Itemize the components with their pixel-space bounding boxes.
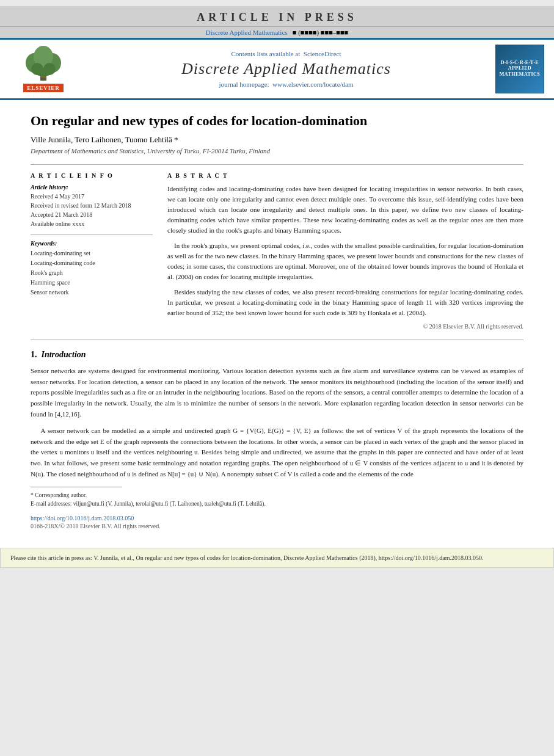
kw5: Sensor network xyxy=(31,288,153,297)
abstract-label: A B S T R A C T xyxy=(167,172,523,179)
footnote-corresponding: * Corresponding author. xyxy=(31,491,523,500)
article-affiliation: Department of Mathematics and Statistics… xyxy=(31,147,523,154)
elsevier-tree-icon xyxy=(16,46,71,82)
page: ARTICLE IN PRESS Discrete Applied Mathem… xyxy=(0,6,554,568)
intro-heading-text: Introduction xyxy=(42,350,86,359)
abstract-para1: Identifying codes and locating-dominatin… xyxy=(167,184,523,236)
history-heading: Article history: xyxy=(31,184,153,191)
aip-doi-line: Discrete Applied Mathematics ■ (■■■■) ■■… xyxy=(0,27,554,38)
journal-logo-right: D·I·S·C·R·E·T·EAPPLIEDMATHEMATICS xyxy=(495,45,544,93)
keywords-heading: Keywords: xyxy=(31,240,153,247)
svg-point-5 xyxy=(31,63,43,75)
contents-label: Contents lists available at xyxy=(231,50,301,57)
article-authors: Ville Junnila, Tero Laihonen, Tuomo Leht… xyxy=(31,135,523,145)
contents-line: Contents lists available at ScienceDirec… xyxy=(83,50,489,57)
available-date: Available online xxxx xyxy=(31,219,153,228)
citation-text: Please cite this article in press as: V.… xyxy=(10,554,484,561)
doi-link[interactable]: https://doi.org/10.1016/j.dam.2018.03.05… xyxy=(31,515,523,522)
kw3: Rook's graph xyxy=(31,268,153,278)
abstract-para2: In the rook's graphs, we present optimal… xyxy=(167,241,523,282)
revised-date: Received in revised form 12 March 2018 xyxy=(31,201,153,210)
accepted-date: Accepted 21 March 2018 xyxy=(31,210,153,219)
journal-header: ELSEVIER Contents lists available at Sci… xyxy=(0,38,554,100)
received-date: Received 4 May 2017 xyxy=(31,192,153,201)
rights-line: 0166-218X/© 2018 Elsevier B.V. All right… xyxy=(31,523,523,529)
svg-point-6 xyxy=(43,63,56,75)
journal-center: Contents lists available at ScienceDirec… xyxy=(83,50,489,88)
intro-number: 1. xyxy=(31,350,37,359)
aip-banner-text: ARTICLE IN PRESS xyxy=(197,11,357,23)
homepage-link[interactable]: www.elsevier.com/locate/dam xyxy=(272,81,353,88)
copyright-line: © 2018 Elsevier B.V. All rights reserved… xyxy=(167,323,523,330)
footnote-email-text: E-mail addresses: viljun@utu.fi (V. Junn… xyxy=(31,501,266,507)
article-history-block: Article history: Received 4 May 2017 Rec… xyxy=(31,184,153,228)
homepage-label: journal homepage: xyxy=(219,81,269,88)
abstract-para3: Besides studying the new classes of code… xyxy=(167,287,523,318)
footnote-block: * Corresponding author. E-mail addresses… xyxy=(31,491,523,509)
section-divider xyxy=(31,340,523,340)
elsevier-logo-left: ELSEVIER xyxy=(10,45,77,93)
intro-heading: 1. Introduction xyxy=(31,350,523,360)
intro-para2: A sensor network can be modelled as a si… xyxy=(31,426,523,479)
article-info-col: A R T I C L E I N F O Article history: R… xyxy=(31,172,153,330)
article-title: On regular and new types of codes for lo… xyxy=(31,112,523,130)
abstract-col: A B S T R A C T Identifying codes and lo… xyxy=(167,172,523,330)
dam-logo-text: D·I·S·C·R·E·T·EAPPLIEDMATHEMATICS xyxy=(500,60,541,78)
elsevier-label: ELSEVIER xyxy=(23,84,64,92)
aip-doi-label: Discrete Applied Mathematics xyxy=(206,29,288,36)
kw2: Locating-dominating code xyxy=(31,258,153,268)
keywords-block: Keywords: Locating-dominating set Locati… xyxy=(31,240,153,297)
sciencedirect-link[interactable]: ScienceDirect xyxy=(304,50,341,57)
journal-homepage: journal homepage: www.elsevier.com/locat… xyxy=(83,81,489,88)
body-text: Sensor networks are systems designed for… xyxy=(31,366,523,479)
abstract-text: Identifying codes and locating-dominatin… xyxy=(167,184,523,319)
footnote-divider xyxy=(31,487,122,487)
intro-para1: Sensor networks are systems designed for… xyxy=(31,366,523,420)
article-info-label: A R T I C L E I N F O xyxy=(31,172,153,179)
svg-rect-7 xyxy=(41,76,46,78)
kw1: Locating-dominating set xyxy=(31,249,153,258)
aip-banner: ARTICLE IN PRESS xyxy=(0,6,554,27)
kw4: Hamming space xyxy=(31,278,153,288)
info-divider xyxy=(31,234,153,235)
authors-text: Ville Junnila, Tero Laihonen, Tuomo Leht… xyxy=(31,135,178,144)
doi-section: https://doi.org/10.1016/j.dam.2018.03.05… xyxy=(31,515,523,529)
two-col-section: A R T I C L E I N F O Article history: R… xyxy=(31,164,523,330)
journal-title: Discrete Applied Mathematics xyxy=(83,60,489,78)
aip-doi-value: ■ (■■■■) ■■■–■■■ xyxy=(293,29,348,36)
citation-bar: Please cite this article in press as: V.… xyxy=(0,548,554,568)
footnote-emails: E-mail addresses: viljun@utu.fi (V. Junn… xyxy=(31,500,523,508)
main-content: On regular and new types of codes for lo… xyxy=(0,100,554,542)
